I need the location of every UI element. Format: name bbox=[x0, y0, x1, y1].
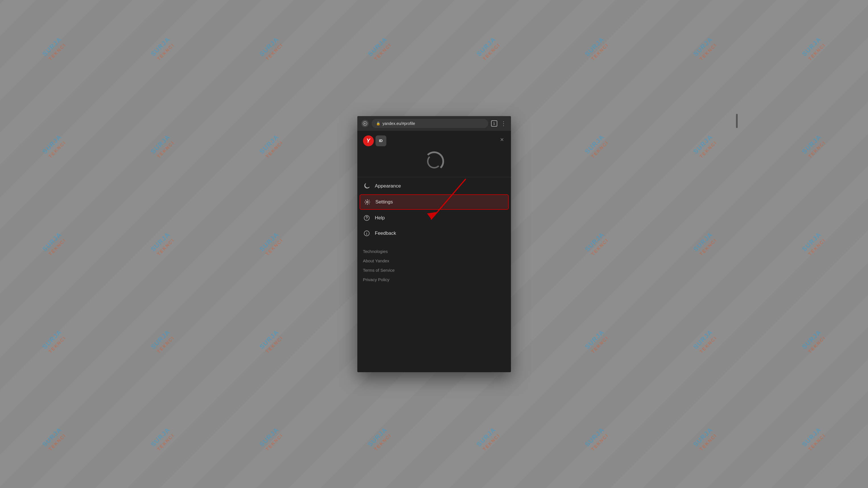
svg-point-3 bbox=[366, 201, 368, 203]
spinner-inner-ring bbox=[427, 154, 441, 169]
menu-item-settings[interactable]: Settings bbox=[360, 194, 509, 210]
url-text: yandex.eu/#profile bbox=[383, 121, 484, 126]
browser-back-icon[interactable] bbox=[361, 120, 369, 127]
sync-spinner bbox=[424, 151, 444, 171]
svg-point-5 bbox=[366, 219, 367, 219]
yandex-id-badge: ID bbox=[375, 135, 386, 146]
settings-label: Settings bbox=[375, 199, 393, 205]
scrollbar[interactable] bbox=[736, 114, 738, 128]
dropdown-panel: Y ID × bbox=[357, 131, 511, 372]
menu-item-help[interactable]: Help bbox=[357, 210, 511, 226]
help-circle-icon bbox=[363, 214, 370, 222]
terms-of-service-link[interactable]: Terms of Service bbox=[363, 266, 505, 275]
appearance-label: Appearance bbox=[375, 183, 401, 189]
moon-icon bbox=[363, 182, 370, 190]
browser-toolbar: 🔒 yandex.eu/#profile 1 ⋮ bbox=[357, 116, 511, 131]
technologies-link[interactable]: Technologies bbox=[363, 247, 505, 256]
yandex-y-badge: Y bbox=[363, 135, 374, 146]
sync-spinner-area bbox=[357, 149, 511, 176]
panel-header: Y ID × bbox=[357, 131, 511, 149]
tab-count-badge[interactable]: 1 bbox=[491, 120, 497, 127]
browser-menu-button[interactable]: ⋮ bbox=[500, 120, 507, 127]
info-circle-icon bbox=[363, 230, 370, 237]
menu-item-feedback[interactable]: Feedback bbox=[357, 226, 511, 241]
browser-window: 🔒 yandex.eu/#profile 1 ⋮ Y ID × bbox=[357, 116, 511, 372]
divider-top bbox=[357, 177, 511, 177]
close-button[interactable]: × bbox=[498, 135, 506, 144]
url-secure-icon: 🔒 bbox=[376, 122, 380, 125]
url-bar[interactable]: 🔒 yandex.eu/#profile bbox=[372, 119, 488, 128]
help-label: Help bbox=[375, 215, 385, 221]
svg-point-7 bbox=[366, 232, 367, 233]
privacy-policy-link[interactable]: Privacy Policy bbox=[363, 275, 505, 284]
footer-links-section: Technologies About Yandex Terms of Servi… bbox=[357, 243, 511, 288]
gear-icon bbox=[364, 198, 371, 206]
feedback-label: Feedback bbox=[375, 231, 396, 236]
about-yandex-link[interactable]: About Yandex bbox=[363, 256, 505, 266]
menu-item-appearance[interactable]: Appearance bbox=[357, 178, 511, 194]
